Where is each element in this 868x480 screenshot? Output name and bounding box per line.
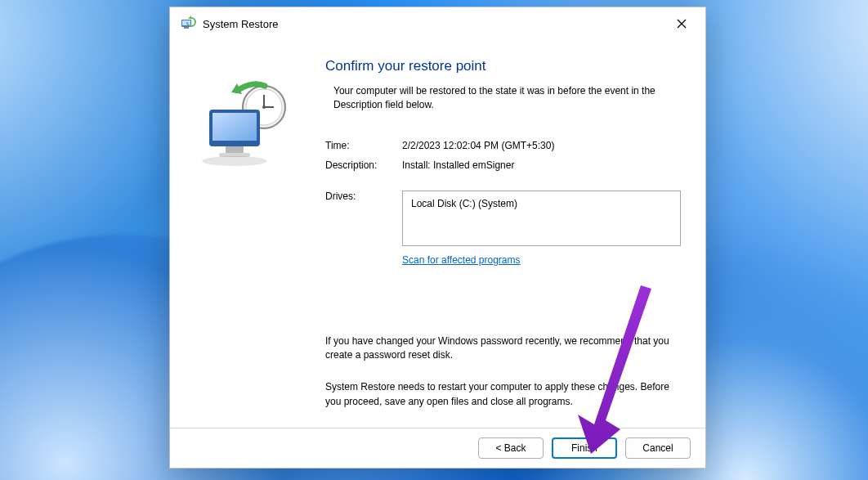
finish-button[interactable]: Finish — [552, 437, 617, 459]
back-button[interactable]: < Back — [478, 437, 544, 459]
notes-block: If you have changed your Windows passwor… — [325, 334, 681, 410]
time-label: Time: — [325, 140, 402, 151]
page-heading: Confirm your restore point — [325, 58, 681, 74]
svg-rect-2 — [184, 27, 189, 29]
drives-listbox[interactable]: Local Disk (C:) (System) — [402, 191, 681, 246]
titlebar: System Restore — [170, 7, 705, 40]
svg-rect-11 — [213, 113, 257, 141]
restore-illustration-icon — [195, 81, 293, 171]
svg-point-9 — [262, 105, 266, 109]
intro-text: Your computer will be restored to the st… — [333, 84, 681, 112]
drives-row: Drives: Local Disk (C:) (System) — [325, 191, 681, 246]
description-value: Install: Installed emSigner — [402, 159, 681, 171]
system-restore-icon — [180, 16, 196, 32]
svg-point-14 — [202, 156, 267, 166]
window-title: System Restore — [203, 18, 663, 30]
close-button[interactable] — [663, 11, 700, 37]
scan-link-row: Scan for affected programs — [325, 254, 681, 266]
description-row: Description: Install: Installed emSigner — [325, 159, 681, 171]
time-row: Time: 2/2/2023 12:02:04 PM (GMT+5:30) — [325, 140, 681, 151]
spacer — [325, 254, 402, 266]
svg-rect-12 — [226, 146, 244, 153]
button-bar: < Back Finish Cancel — [170, 428, 705, 468]
side-panel — [170, 40, 325, 428]
scan-affected-programs-link[interactable]: Scan for affected programs — [402, 254, 521, 266]
drives-label: Drives: — [325, 191, 402, 202]
time-value: 2/2/2023 12:02:04 PM (GMT+5:30) — [402, 140, 681, 151]
system-restore-dialog: System Restore — [169, 7, 706, 469]
dialog-content: Confirm your restore point Your computer… — [170, 40, 705, 428]
svg-rect-1 — [182, 20, 190, 25]
close-icon — [677, 19, 687, 29]
description-label: Description: — [325, 159, 402, 171]
main-panel: Confirm your restore point Your computer… — [325, 40, 705, 428]
password-note: If you have changed your Windows passwor… — [325, 334, 681, 363]
cancel-button[interactable]: Cancel — [625, 437, 691, 459]
restart-note: System Restore needs to restart your com… — [325, 380, 681, 409]
drives-item: Local Disk (C:) (System) — [411, 198, 517, 209]
